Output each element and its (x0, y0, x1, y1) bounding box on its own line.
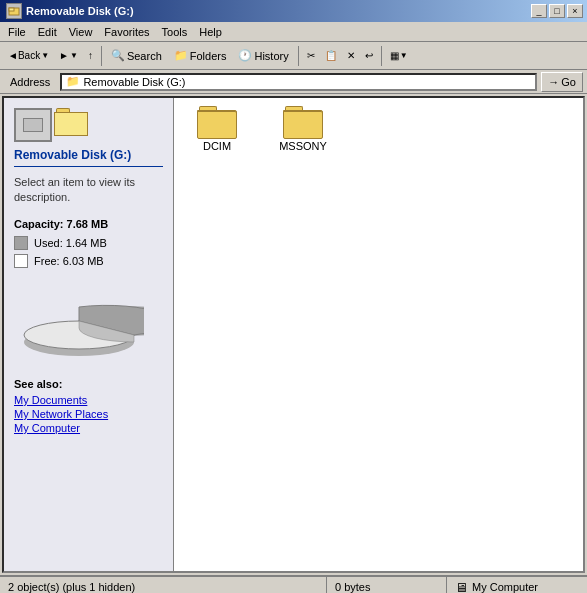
toolbar: ◄ Back ▼ ► ▼ ↑ 🔍 Search 📁 Folders 🕐 Hist… (0, 42, 587, 70)
folder-icon (197, 106, 237, 138)
menu-tools[interactable]: Tools (156, 23, 194, 41)
status-computer: 🖥 My Computer (447, 577, 587, 593)
minimize-button[interactable]: _ (531, 4, 547, 18)
status-objects: 2 object(s) (plus 1 hidden) (0, 577, 327, 593)
used-item: Used: 1.64 MB (14, 236, 163, 250)
up-arrow-icon: ↑ (88, 50, 93, 61)
back-button[interactable]: ◄ Back ▼ (4, 45, 53, 67)
address-field[interactable]: 📁 Removable Disk (G:) (60, 73, 537, 91)
back-arrow-icon: ◄ (8, 50, 18, 61)
views-dropdown-icon: ▼ (400, 51, 408, 60)
description-text: Select an item to view its description. (14, 175, 163, 206)
status-bar: 2 object(s) (plus 1 hidden) 0 bytes 🖥 My… (0, 575, 587, 593)
history-button[interactable]: 🕐 History (233, 45, 293, 67)
disk-icon-area (14, 108, 163, 142)
up-button[interactable]: ↑ (84, 45, 97, 67)
svg-rect-1 (9, 8, 14, 11)
my-computer-link[interactable]: My Computer (14, 422, 163, 434)
forward-dropdown-icon: ▼ (70, 51, 78, 60)
title-bar: Removable Disk (G:) _ □ × (0, 0, 587, 22)
move-to-button[interactable]: ✂ (303, 45, 319, 67)
forward-button[interactable]: ► ▼ (55, 45, 82, 67)
used-label: Used: 1.64 MB (34, 237, 107, 249)
capacity-section: Capacity: 7.68 MB Used: 1.64 MB Free: 6.… (14, 218, 163, 268)
views-icon: ▦ (390, 50, 399, 61)
separator-1 (101, 46, 102, 66)
capacity-label: Capacity: 7.68 MB (14, 218, 163, 230)
main-area: Removable Disk (G:) Select an item to vi… (2, 96, 585, 573)
views-button[interactable]: ▦ ▼ (386, 45, 412, 67)
go-arrow-icon: → (548, 76, 559, 88)
pie-chart (14, 280, 163, 362)
undo-button[interactable]: ↩ (361, 45, 377, 67)
copy-icon: 📋 (325, 50, 337, 61)
window-title: Removable Disk (G:) (26, 5, 134, 17)
menu-file[interactable]: File (2, 23, 32, 41)
computer-icon: 🖥 (455, 580, 468, 594)
address-bar: Address 📁 Removable Disk (G:) → Go (0, 70, 587, 94)
menu-edit[interactable]: Edit (32, 23, 63, 41)
list-item[interactable]: MSSONY (268, 106, 338, 152)
file-name: MSSONY (279, 140, 327, 152)
move-icon: ✂ (307, 50, 315, 61)
status-size: 0 bytes (327, 577, 447, 593)
disk-title: Removable Disk (G:) (14, 148, 163, 162)
delete-button[interactable]: ✕ (343, 45, 359, 67)
delete-icon: ✕ (347, 50, 355, 61)
back-dropdown-icon: ▼ (41, 51, 49, 60)
file-name: DCIM (203, 140, 231, 152)
list-item[interactable]: DCIM (182, 106, 252, 152)
search-icon: 🔍 (111, 49, 125, 62)
right-panel: DCIM MSSONY (174, 98, 583, 571)
maximize-button[interactable]: □ (549, 4, 565, 18)
separator-2 (298, 46, 299, 66)
free-label: Free: 6.03 MB (34, 255, 104, 267)
copy-to-button[interactable]: 📋 (321, 45, 341, 67)
address-label: Address (4, 76, 56, 88)
menu-help[interactable]: Help (193, 23, 228, 41)
free-item: Free: 6.03 MB (14, 254, 163, 268)
left-panel: Removable Disk (G:) Select an item to vi… (4, 98, 174, 571)
my-network-places-link[interactable]: My Network Places (14, 408, 163, 420)
see-also-section: See also: My Documents My Network Places… (14, 378, 163, 434)
address-icon: 📁 (66, 75, 80, 88)
window-controls: _ □ × (531, 4, 583, 18)
go-button[interactable]: → Go (541, 72, 583, 92)
menu-view[interactable]: View (63, 23, 99, 41)
history-icon: 🕐 (238, 49, 252, 62)
folder-icon-small (54, 108, 88, 138)
see-also-title: See also: (14, 378, 163, 390)
close-button[interactable]: × (567, 4, 583, 18)
folders-button[interactable]: 📁 Folders (169, 45, 232, 67)
folder-icon (283, 106, 323, 138)
window-icon (6, 3, 22, 19)
my-documents-link[interactable]: My Documents (14, 394, 163, 406)
separator-3 (381, 46, 382, 66)
divider (14, 166, 163, 167)
forward-arrow-icon: ► (59, 50, 69, 61)
search-button[interactable]: 🔍 Search (106, 45, 167, 67)
used-color-box (14, 236, 28, 250)
free-color-box (14, 254, 28, 268)
menu-favorites[interactable]: Favorites (98, 23, 155, 41)
folders-icon: 📁 (174, 49, 188, 62)
undo-icon: ↩ (365, 50, 373, 61)
removable-disk-icon (14, 108, 52, 142)
menu-bar: File Edit View Favorites Tools Help (0, 22, 587, 42)
